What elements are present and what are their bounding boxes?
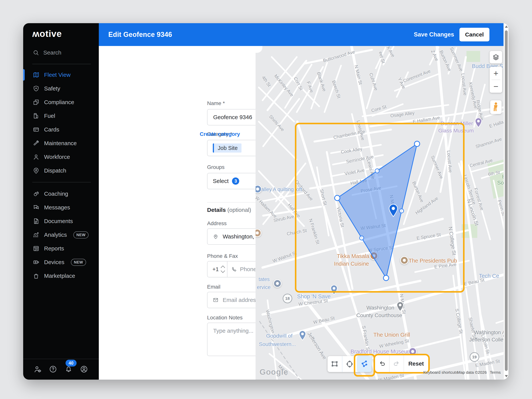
map-label: Washington & bbox=[474, 330, 504, 336]
map-label: Goodwill of bbox=[266, 333, 293, 339]
sidebar-item-coaching[interactable]: Coaching bbox=[23, 187, 99, 201]
scrollbar-thumb[interactable] bbox=[505, 30, 508, 371]
name-label: Name * bbox=[207, 100, 225, 106]
sidebar-item-safety[interactable]: Safety bbox=[23, 82, 99, 95]
sidebar-item-label: Messages bbox=[44, 204, 70, 211]
create-category-link[interactable]: Create category bbox=[200, 131, 240, 137]
devices-icon bbox=[33, 259, 39, 266]
cancel-button[interactable]: Cancel bbox=[459, 28, 489, 41]
rectangle-tool-icon bbox=[331, 360, 339, 368]
scroll-down-arrow-icon[interactable] bbox=[505, 375, 508, 377]
sidebar-item-dispatch[interactable]: Dispatch bbox=[23, 164, 99, 177]
sidebar-item-documents[interactable]: Documents bbox=[23, 214, 99, 228]
map-label: Southwestern... bbox=[259, 341, 296, 347]
sidebar-item-analytics[interactable]: AnalyticsNEW bbox=[23, 228, 99, 242]
redo-icon bbox=[393, 360, 400, 367]
sidebar-group-divider bbox=[23, 177, 99, 187]
scroll-up-arrow-icon[interactable] bbox=[505, 25, 508, 28]
street-view-pegman-button[interactable] bbox=[490, 100, 502, 114]
highway-shield: 19 bbox=[470, 352, 479, 362]
app-window: ʍotive Search Fleet ViewSafetyCompliance… bbox=[23, 23, 508, 380]
compliance-icon bbox=[33, 99, 39, 106]
map-layers-button[interactable] bbox=[490, 51, 502, 63]
sidebar-nav: Fleet ViewSafetyComplianceFuelCardsMaint… bbox=[23, 68, 99, 283]
reset-button[interactable]: Reset bbox=[404, 355, 428, 372]
page-header: Edit Geofence 9346 Save Changes Cancel bbox=[99, 23, 504, 46]
sidebar-item-messages[interactable]: Messages bbox=[23, 201, 99, 214]
history-toolbar: Reset bbox=[374, 354, 430, 374]
location-pin-icon bbox=[213, 234, 218, 239]
sidebar-item-label: Fuel bbox=[44, 113, 55, 119]
groups-value: Select bbox=[213, 178, 228, 184]
redo-button[interactable] bbox=[389, 355, 404, 372]
pegman-icon bbox=[493, 102, 499, 112]
map-label: Washington bbox=[367, 305, 394, 311]
messages-icon bbox=[33, 204, 39, 211]
map-label: B bbox=[502, 174, 504, 180]
details-heading: Details (optional) bbox=[207, 207, 251, 213]
sidebar-item-fuel[interactable]: Fuel bbox=[23, 109, 99, 123]
cards-icon bbox=[33, 126, 39, 133]
notifications-icon[interactable]: 40 bbox=[64, 365, 73, 374]
account-icon[interactable] bbox=[80, 365, 89, 374]
sidebar-search[interactable]: Search bbox=[23, 48, 99, 58]
polygon-tool-button[interactable] bbox=[357, 356, 372, 372]
sidebar-search-label: Search bbox=[43, 49, 61, 56]
sidebar-item-compliance[interactable]: Compliance bbox=[23, 95, 99, 109]
undo-icon bbox=[378, 360, 386, 367]
geofence-form: Name * Category * Create category Job Si… bbox=[99, 46, 256, 380]
phone-icon bbox=[231, 266, 237, 272]
new-badge: NEW bbox=[73, 231, 89, 238]
groups-label: Groups bbox=[207, 164, 225, 170]
sidebar-item-label: Marketplace bbox=[44, 273, 75, 279]
admin-settings-icon[interactable] bbox=[33, 365, 42, 374]
sidebar-bottom-bar: 40 bbox=[23, 359, 99, 380]
map[interactable]: 4th StMcKinley AveCort StF AveButtonwood… bbox=[256, 46, 504, 380]
map-label: Tech Ce bbox=[479, 273, 499, 279]
sidebar-item-workforce[interactable]: Workforce bbox=[23, 150, 99, 164]
sidebar-item-label: Cards bbox=[44, 126, 59, 133]
maintenance-icon bbox=[33, 140, 39, 147]
zoom-in-button[interactable]: + bbox=[490, 67, 502, 80]
polygon-tool-icon bbox=[360, 360, 369, 368]
sidebar-item-label: Reports bbox=[44, 245, 64, 252]
google-logo: Google bbox=[260, 367, 288, 377]
sidebar-item-fleet-view[interactable]: Fleet View bbox=[23, 68, 99, 82]
sidebar-item-label: Maintenance bbox=[44, 140, 77, 146]
map-label: County Courthouse bbox=[356, 312, 402, 318]
sidebar-item-label: Analytics bbox=[44, 232, 67, 238]
terms-link[interactable]: Terms bbox=[490, 370, 501, 375]
sidebar-item-cards[interactable]: Cards bbox=[23, 123, 99, 136]
sidebar-item-marketplace[interactable]: Marketplace bbox=[23, 269, 99, 283]
workforce-icon bbox=[33, 153, 39, 160]
layers-icon bbox=[492, 53, 500, 61]
motive-logo: ʍotive bbox=[32, 28, 62, 39]
map-label: Jefferson College bbox=[469, 337, 504, 343]
email-icon bbox=[213, 297, 218, 303]
circle-tool-button[interactable] bbox=[342, 356, 357, 372]
page-title: Edit Geofence 9346 bbox=[108, 31, 172, 38]
sidebar-item-devices[interactable]: DevicesNEW bbox=[23, 255, 99, 269]
screenshot-stage: ʍotive Search Fleet ViewSafetyCompliance… bbox=[0, 0, 532, 399]
documents-icon bbox=[33, 218, 39, 225]
sidebar-item-reports[interactable]: Reports bbox=[23, 242, 99, 255]
search-icon bbox=[33, 49, 39, 56]
marketplace-icon bbox=[33, 272, 39, 279]
save-changes-button[interactable]: Save Changes bbox=[414, 23, 454, 46]
shape-toolbar bbox=[328, 356, 372, 372]
keyboard-shortcuts-link[interactable]: Keyboard shortcuts bbox=[423, 370, 458, 375]
sidebar-item-label: Safety bbox=[44, 85, 60, 92]
sidebar-item-maintenance[interactable]: Maintenance bbox=[23, 136, 99, 150]
safety-icon bbox=[33, 85, 39, 92]
undo-button[interactable] bbox=[375, 355, 389, 372]
sidebar-item-label: Workforce bbox=[44, 154, 70, 160]
window-scrollbar[interactable] bbox=[504, 23, 508, 380]
dispatch-icon bbox=[33, 167, 39, 174]
fuel-icon bbox=[33, 113, 39, 119]
map-label: ervice bbox=[257, 285, 271, 290]
help-icon[interactable] bbox=[49, 365, 57, 374]
phone-country-code[interactable]: +1 bbox=[208, 266, 227, 272]
rectangle-tool-button[interactable] bbox=[328, 356, 342, 372]
map-label: Soft bbox=[497, 180, 504, 186]
zoom-out-button[interactable]: − bbox=[490, 80, 502, 93]
